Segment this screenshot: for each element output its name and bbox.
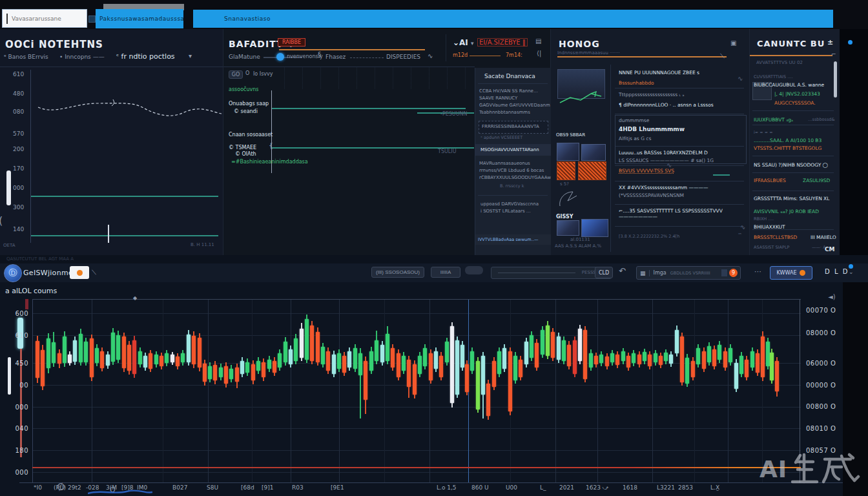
- watchlist-row[interactable]: IFFAASLBUES: [754, 178, 786, 183]
- news-row[interactable]: ⌐‥‥35 SASVSSTTTTTT LS SSPSSSSSSTVVV ————…: [619, 208, 750, 220]
- seg-field[interactable]: GBDLILDS VSRRIIIII: [670, 271, 721, 276]
- watchlist-row[interactable]: CUVSSRTTTIAIS ‥‥: [754, 74, 793, 79]
- top-banner-button[interactable]: Snanavastiaso: [193, 10, 833, 28]
- panelA-tab-3[interactable]: ᶜ fr ndtio poctlos: [116, 52, 175, 61]
- watchlist-row[interactable]: IUUXFUBBVT ₄gₐ: [754, 117, 793, 123]
- sidebar-row[interactable]: GAGVVaume GAYUVVVEDaanm: [479, 103, 550, 108]
- panel-watch-chart: OOCi NOTEHTNS ᵉ Banos BErrvis • Inncopns…: [0, 29, 223, 255]
- shield-icon[interactable]: ▣: [730, 39, 736, 46]
- watchlist-row[interactable]: VTSSTS.CHITTT BTSTEGOLG: [754, 145, 822, 151]
- collapse-icon[interactable]: ⌄: [849, 269, 854, 275]
- watchlist-row[interactable]: ——· A: [812, 245, 826, 250]
- watermark-text: AI: [760, 456, 787, 482]
- panelA-ylabel: 000: [13, 185, 24, 191]
- news-row[interactable]: Luuuu‥us BASSss 10RAYXNZDELM D: [619, 150, 708, 156]
- corner-icon[interactable]: ⌐: [831, 51, 836, 57]
- news-row[interactable]: 4HDB Lhunmmmmw: [619, 126, 685, 132]
- x-axis-label: L3221: [657, 484, 675, 491]
- mini-pill[interactable]: [465, 266, 483, 274]
- panelB-chart-label: © OlAth: [235, 151, 256, 157]
- interval-button[interactable]: (III) SSOSOASOU): [371, 267, 424, 278]
- watchlist-row[interactable]: i≈ ≈ ≈ ≈: [754, 130, 773, 135]
- sidebar-highlight-label[interactable]: MSOGHAVVUVANTTARann: [480, 147, 539, 152]
- sidebar-row[interactable]: rrnvnss/VCB Lbduud 6 bocas: [479, 168, 544, 173]
- news-row[interactable]: (*VSSSSSSSPAVAVNSNSNM: [619, 192, 684, 198]
- gear-icon[interactable]: ▤: [535, 37, 541, 45]
- watchlist-row[interactable]: …ssbbossd&: [808, 117, 834, 122]
- seg-label[interactable]: Imga: [650, 270, 670, 276]
- more-icon[interactable]: ⋯: [754, 267, 761, 276]
- search-input[interactable]: [10, 15, 81, 23]
- orange-dot-icon: [800, 270, 805, 276]
- pen-icon[interactable]: ⟍: [720, 52, 725, 60]
- chart-thumbnail-5[interactable]: [578, 161, 606, 180]
- favorite-button[interactable]: [70, 266, 89, 279]
- watchlist-row[interactable]: RBIXH ‥‥: [754, 216, 774, 222]
- watchlist-row[interactable]: AVISVVNIL ₆ᵢ₈? J0 ROB IEAD: [754, 209, 819, 214]
- news-row[interactable]: BSVUS VVVVV-TSS SVS: [619, 168, 674, 174]
- watchlist-row[interactable]: GRSSSTTTA MIms: SASUYEN XL: [754, 196, 829, 202]
- chart-thumbnail-3[interactable]: [581, 144, 606, 161]
- watchlist-row[interactable]: ZASULI9SD: [803, 178, 830, 183]
- sidebar-row[interactable]: uppoasd DARVGVasccnna: [480, 202, 539, 207]
- ticker-logo[interactable]: Ⓓ: [4, 264, 22, 282]
- chart-thumbnail-7[interactable]: [581, 219, 608, 237]
- news-row[interactable]: XX #4VVXSsssssssssssamm ————: [619, 185, 708, 191]
- chart-thumbnail-2[interactable]: [557, 143, 579, 161]
- left-scrollbar[interactable]: [6, 170, 11, 205]
- sort-icon[interactable]: ±: [827, 38, 833, 46]
- style-button[interactable]: IIIIIA: [431, 267, 460, 278]
- range-field[interactable]: PESSSSE ●: [491, 267, 612, 279]
- sidebar-row[interactable]: Tsabhnnbbtannasmms: [479, 110, 530, 115]
- watchlist-row[interactable]: BRSSSTCLLSTBSD: [754, 234, 797, 240]
- speaker-icon[interactable]: ◄): [828, 293, 836, 300]
- watchlist-row[interactable]: ‥‥‥‥‥SAAL. A AI/100 10 B3: [754, 138, 822, 143]
- phase-label[interactable]: Fhasez: [326, 54, 346, 60]
- watchlist-row[interactable]: NS SSAU) ?)NIHB NSODOGY ◯: [754, 162, 828, 168]
- panelA-tab-1[interactable]: ᵉ Banos BErrvis: [4, 54, 48, 60]
- watchlist-row[interactable]: ASASSIST SIAPLP: [754, 245, 789, 250]
- search-box[interactable]: [2, 9, 87, 28]
- news-row[interactable]: Bsssunhabbdo: [619, 80, 654, 86]
- panelA-tab-2[interactable]: • Inncopns ——: [59, 54, 105, 60]
- watchlist-row[interactable]: BIUBCCAUGUBUL A.S. wanne: [754, 82, 824, 88]
- slider-knob[interactable]: [276, 53, 284, 61]
- badge-square: [721, 269, 727, 276]
- y-axis-label-left: 00: [0, 382, 28, 389]
- y-axis-label-right: 00070 O: [806, 307, 836, 314]
- news-row[interactable]: ¶ dIPnnnnnnnnLLOO · ‥ asnsn a Lsssos: [619, 102, 714, 108]
- undo-icon[interactable]: ↶: [619, 266, 626, 276]
- publish-label: KWWAE: [777, 270, 797, 276]
- disp-label[interactable]: DISPEEDIES: [386, 54, 420, 60]
- sidebar-input-value: FRRRISESSINBAAAANVTA: [482, 124, 539, 129]
- news-row[interactable]: Tttpppsssssssssssssssss ˪ ₐ: [619, 92, 684, 98]
- scroll-glyph[interactable]: ⟨|: [537, 50, 541, 57]
- news-row[interactable]: [3.8 X.2.2.2222232.2% 2.4[h: [619, 234, 679, 239]
- y-axis-label-left: 180: [0, 447, 28, 454]
- panelB-labels: assoočuvnsOnuabags saap© seandiCnaan sos…: [223, 67, 475, 256]
- watchlist-row[interactable]: III MAIIELO: [811, 234, 836, 240]
- segmented-control[interactable]: ▦ Imga GBDLILDS VSRRIIIII 9: [636, 266, 741, 280]
- chart-thumbnail-4[interactable]: [557, 161, 575, 180]
- mini-chart-icon[interactable]: ∿: [428, 52, 433, 59]
- sidebar-row[interactable]: rCBBAYXXUULSGOODUYGAAAwwata: [479, 175, 562, 180]
- sidebar-row[interactable]: CCBA HV/VAN SS Ranne…: [479, 88, 538, 94]
- news-row[interactable]: dummmmse: [619, 118, 649, 123]
- chevron-down-icon[interactable]: ▾: [189, 52, 192, 59]
- news-row[interactable]: NNNE PU UUUNNNAGOUE ZBEE s: [619, 70, 699, 76]
- top-button-1[interactable]: Pakssnusawasamadausssa: [96, 9, 183, 28]
- watchlist-row[interactable]: AUGCCYSSSSOA.: [774, 100, 816, 106]
- chart-thumbnail-6[interactable]: [557, 220, 579, 236]
- watchlist-row[interactable]: |, 4| |NVS2.023343: [774, 91, 820, 97]
- sidebar-row[interactable]: i SOSTST LRLataars …: [480, 209, 531, 214]
- news-row[interactable]: Alfitjs as G cs: [619, 136, 651, 141]
- grid-icon[interactable]: ▦: [637, 270, 650, 276]
- publish-button[interactable]: KWWAE: [770, 266, 812, 280]
- y-axis-label-right: 06000 O: [806, 360, 836, 367]
- sidebar-row[interactable]: SAAVE RANNUCY: [479, 96, 517, 101]
- panelD-scrollbar[interactable]: [834, 61, 837, 98]
- watchlist-row[interactable]: BHIUAXXKUT: [754, 224, 785, 230]
- sidebar-row[interactable]: MAVRuannsasaueonus: [479, 161, 530, 166]
- old-chip[interactable]: CLD: [595, 267, 613, 278]
- alert-badge[interactable]: RAIBBE: [278, 38, 305, 46]
